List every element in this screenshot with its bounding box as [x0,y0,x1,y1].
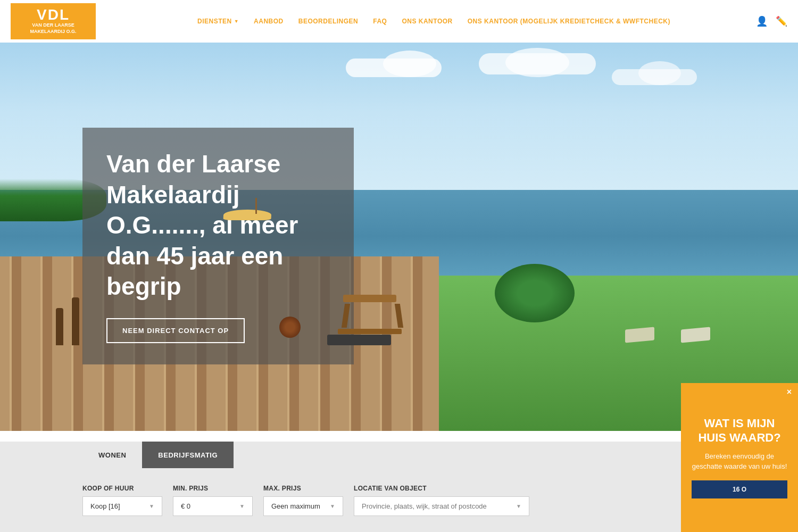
widget-close-button[interactable]: × [787,387,792,397]
koop-huur-group: Koop of huur Koop [16] ▼ [82,485,162,516]
navbar: VDL VAN DER LAARSE MAKELAARDIJ O.G. DIEN… [0,0,798,43]
boat [223,210,271,220]
max-prijs-group: Max. prijs Geen maximum ▼ [263,485,343,516]
nav-links: DIENSTEN ▼ AANBOD BEOORDELINGEN FAQ ONS … [112,18,756,25]
nav-link-diensten[interactable]: DIENSTEN ▼ [197,18,239,25]
min-prijs-arrow-icon: ▼ [239,503,245,509]
tab-bedrijfsmatig[interactable]: BEDRIJFSMATIG [142,442,234,468]
tab-wonen[interactable]: WONEN [82,442,142,468]
chair-1 [625,327,654,343]
locatie-arrow-icon: ▼ [516,503,521,509]
max-prijs-arrow-icon: ▼ [330,503,335,509]
cloud-1b [383,51,436,77]
edit-icon[interactable]: ✏️ [776,15,787,27]
logo-subtitle: VAN DER LAARSE MAKELAARDIJ O.G. [30,22,76,35]
locatie-group: Locatie van object ▼ [354,485,529,516]
widget-cta-button[interactable]: 16 O [692,480,787,498]
min-prijs-label: Min. prijs [173,485,253,492]
locatie-input[interactable] [362,502,511,510]
koop-huur-select[interactable]: Koop [16] ▼ [82,496,162,516]
logo[interactable]: VDL VAN DER LAARSE MAKELAARDIJ O.G. [11,3,96,39]
locatie-input-wrapper: ▼ [354,496,529,516]
nav-link-faq[interactable]: FAQ [373,18,387,25]
min-prijs-select[interactable]: € 0 ▼ [173,496,253,516]
fire-bowl [279,317,301,338]
cloud-3b [638,61,681,85]
dock-post-2 [56,308,63,345]
max-prijs-label: Max. prijs [263,485,343,492]
hero-section: Van der Laarse Makelaardij O.G......., a… [0,43,798,431]
max-prijs-select[interactable]: Geen maximum ▼ [263,496,343,516]
user-icon[interactable]: 👤 [756,15,768,27]
nav-icon-group: 👤 ✏️ [756,15,787,27]
nav-link-ons-kantoor-check[interactable]: ONS KANTOOR (MOGELIJK KREDIETCHECK & WWF… [468,18,670,25]
dock-post [72,297,79,345]
cta-contact-button[interactable]: NEEM DIRECT CONTACT OP [106,318,245,343]
search-fields: Koop of huur Koop [16] ▼ Min. prijs € 0 … [0,468,798,532]
nav-link-ons-kantoor[interactable]: ONS KANTOOR [402,18,452,25]
hero-title: Van der Laarse Makelaardij O.G......., a… [106,149,330,302]
search-bar: WONEN BEDRIJFSMATIG Koop of huur Koop [1… [0,442,798,532]
value-widget: × WAT IS MIJN HUIS WAARD? Bereken eenvou… [681,383,798,532]
boat-mast [255,198,257,214]
door-mat [327,335,391,345]
nav-link-aanbod[interactable]: AANBOD [254,18,284,25]
koop-huur-arrow-icon: ▼ [149,503,154,509]
bush-large [495,264,575,322]
locatie-label: Locatie van object [354,485,529,492]
widget-title: WAT IS MIJN HUIS WAARD? [692,417,787,445]
hero-overlay: Van der Laarse Makelaardij O.G......., a… [82,128,354,364]
min-prijs-group: Min. prijs € 0 ▼ [173,485,253,516]
chair-2 [681,327,710,343]
koop-huur-label: Koop of huur [82,485,162,492]
cloud-2b [505,48,569,77]
picnic-table [343,295,402,334]
nav-link-beoordelingen[interactable]: BEOORDELINGEN [298,18,359,25]
logo-vdl-text: VDL [37,7,70,22]
chevron-down-icon: ▼ [234,19,239,24]
widget-description: Bereken eenvoudig de geschatte waarde va… [692,451,787,472]
